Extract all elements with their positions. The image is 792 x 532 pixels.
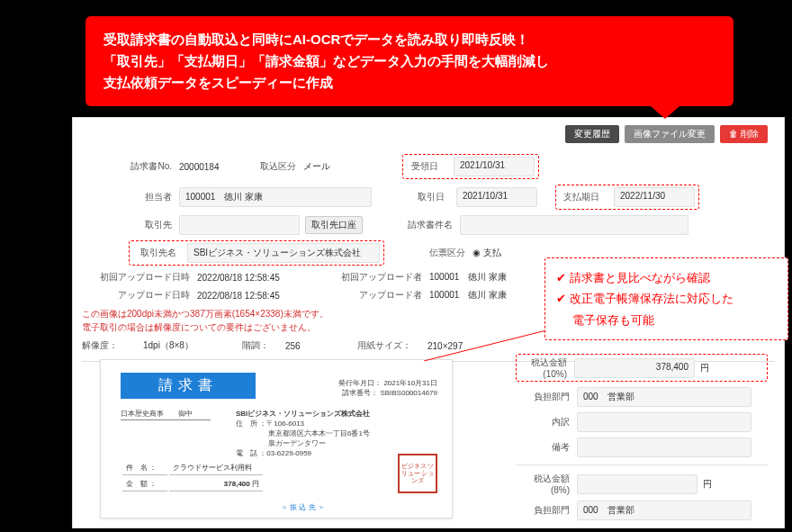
memo-field[interactable] xyxy=(577,437,752,457)
callout-line-3: 支払依頼データをスピーディーに作成 xyxy=(104,72,716,94)
first-upload-time-label: 初回アップロード日時 xyxy=(82,271,197,284)
invoice-to-name: 日本歴史商事 xyxy=(121,410,164,418)
amount-panel: 税込金額 (10%) 378,400 円 負担部門 000 営業部 内訳 備考 … xyxy=(516,354,768,526)
yen-unit-8: 円 xyxy=(698,478,712,491)
feature-callout: 受取請求書の自動取込と同時にAI-OCRでデータを読み取り即時反映！ 「取引先」… xyxy=(86,16,734,106)
invoice-amount-unit: 円 xyxy=(252,480,259,488)
invoice-zip: 〒106-6013 xyxy=(266,419,304,428)
dept10-label: 負担部門 xyxy=(516,391,577,403)
first-upload-time-value: 2022/08/18 12:58:45 xyxy=(197,273,323,283)
check-icon: ✔ xyxy=(556,271,566,284)
pay-due-group: 支払期日 2022/11/30 xyxy=(555,185,699,210)
dept8-field[interactable]: 000 営業部 xyxy=(577,500,752,520)
invoice-addr-2: 泉ガーデンタワー xyxy=(268,438,389,448)
upload-user-label: アップロード者 xyxy=(323,289,429,302)
image-change-button[interactable]: 画像ファイル変更 xyxy=(625,125,715,143)
check-icon: ✔ xyxy=(556,292,566,305)
invoice-transfer-heading: ＜ 振 込 先 ＞ xyxy=(281,502,325,512)
company-seal-icon: ビジネス ソリュー ションズ xyxy=(398,454,437,493)
slip-type-radio-label: 支払 xyxy=(483,248,501,257)
callout-tail-icon xyxy=(651,106,680,119)
person-label: 担当者 xyxy=(82,191,179,203)
dept10-field[interactable]: 000 営業部 xyxy=(577,387,752,407)
invoice-no-label: 請求書No. xyxy=(82,160,179,173)
toolbar: 変更履歴 画像ファイル変更 🗑 削除 xyxy=(565,125,768,143)
issue-date-value: 2021年10月31日 xyxy=(383,379,437,387)
partner-label: 取引先 xyxy=(82,219,179,231)
receive-date-field[interactable]: 2021/10/31 xyxy=(454,157,535,176)
benefit-line-3: 電子保存も可能 xyxy=(572,310,777,330)
pay-due-label: 支払期日 xyxy=(560,191,610,203)
pay-due-field[interactable]: 2022/11/30 xyxy=(614,187,695,207)
yen-unit-10: 円 xyxy=(695,362,709,374)
depth-label: 階調： xyxy=(242,339,285,352)
invoice-amount-value: 378,400 xyxy=(224,480,250,488)
partner-account-button[interactable]: 取引先口座 xyxy=(305,216,363,234)
upload-user-value: 100001 徳川 家康 xyxy=(429,289,507,302)
tx-date-label: 取引日 xyxy=(413,191,456,203)
invoice-addr-1: 東京都港区六本木一丁目6番1号 xyxy=(268,428,389,438)
detail-label: 内訳 xyxy=(516,416,577,428)
upload-time-value: 2022/08/18 12:58:45 xyxy=(197,291,323,301)
memo-label: 備考 xyxy=(516,441,577,454)
benefit-line-1: 請求書と見比べながら確認 xyxy=(570,271,710,284)
resolution-value: 1dpi（8×8） xyxy=(143,339,242,352)
invoice-to-block: 日本歴史商事 御中 xyxy=(121,409,211,419)
receive-date-label: 受領日 xyxy=(407,160,450,173)
delete-button-label: 削除 xyxy=(741,129,759,139)
invoice-tel-label: 電 話 ： xyxy=(236,449,266,457)
title-name-label: 請求書件名 xyxy=(395,219,460,231)
history-button[interactable]: 変更履歴 xyxy=(565,125,619,143)
detail-field[interactable] xyxy=(577,412,752,432)
benefit-box: ✔請求書と見比べながら確認 ✔改正電子帳簿保存法に対応した 電子保存も可能 xyxy=(544,257,788,340)
tax8-field[interactable] xyxy=(577,474,698,494)
person-field[interactable]: 100001 徳川 家康 xyxy=(179,187,372,207)
invoice-no-value: 20000184 xyxy=(179,162,242,172)
invoice-from-block: SBIビジネス・ソリューションズ株式会社 住 所 ：〒106-6013 東京都港… xyxy=(236,409,389,458)
invoice-amount-label: 金 額 ： xyxy=(122,477,167,491)
trash-icon: 🗑 xyxy=(729,129,741,139)
invoice-item-table: 件 名 ：クラウドサービス利用料 金 額 ：378,400 円 xyxy=(121,459,265,493)
slip-type-radio[interactable]: ◉ 支払 xyxy=(472,247,501,259)
first-upload-user-value: 100001 徳川 家康 xyxy=(429,271,507,284)
import-type-value: メール xyxy=(303,160,375,173)
invoice-meta: 発行年月日： 2021年10月31日 請求番号： SBIBS000014679 xyxy=(338,378,437,398)
import-type-label: 取込区分 xyxy=(242,160,303,173)
invoice-to: 日本歴史商事 御中 xyxy=(121,410,211,420)
tax8-label: 税込金額 (8%) xyxy=(516,473,577,495)
invoice-preview[interactable]: 請求書 発行年月日： 2021年10月31日 請求番号： SBIBS000014… xyxy=(100,359,453,518)
panel-divider xyxy=(516,464,768,465)
invoice-item-value: クラウドサービス利用料 xyxy=(169,461,263,475)
delete-button[interactable]: 🗑 削除 xyxy=(720,125,768,143)
invoice-heading: 請求書 xyxy=(121,373,256,399)
receive-date-group: 受領日 2021/10/31 xyxy=(402,154,539,179)
invoice-number-label: 請求番号： xyxy=(342,389,378,397)
upload-time-label: アップロード日時 xyxy=(82,289,197,302)
invoice-number-value: SBIBS000014679 xyxy=(380,389,437,397)
callout-line-2: 「取引先」「支払期日」「請求金額」などデータ入力の手間を大幅削減し xyxy=(104,50,716,72)
resolution-label: 解像度： xyxy=(82,339,143,352)
tx-date-field[interactable]: 2021/10/31 xyxy=(456,187,537,207)
partner-name-label: 取引先名 xyxy=(133,247,184,259)
first-upload-user-label: 初回アップロード者 xyxy=(323,271,429,284)
invoice-addr-label: 住 所 ： xyxy=(236,419,266,428)
depth-value: 256 xyxy=(285,341,357,351)
slip-type-label: 伝票区分 xyxy=(408,247,472,259)
callout-line-1: 受取請求書の自動取込と同時にAI-OCRでデータを読み取り即時反映！ xyxy=(104,29,716,50)
issue-date-label: 発行年月日： xyxy=(338,379,382,387)
title-name-field[interactable] xyxy=(460,215,688,235)
partner-name-group: 取引先名 SBIビジネス・ソリューションズ株式会社 xyxy=(129,240,384,266)
dept8-label: 負担部門 xyxy=(516,504,577,517)
paper-label: 用紙サイズ： xyxy=(357,339,428,352)
benefit-line-2: 改正電子帳簿保存法に対応した xyxy=(570,292,734,305)
invoice-from-name: SBIビジネス・ソリューションズ株式会社 xyxy=(236,409,389,419)
invoice-item-label: 件 名 ： xyxy=(122,461,167,475)
invoice-to-suffix: 御中 xyxy=(178,410,193,418)
invoice-tel: 03-6229-0959 xyxy=(266,449,311,457)
partner-field[interactable] xyxy=(179,215,300,235)
invoice-detail-window: 変更履歴 画像ファイル変更 🗑 削除 請求書No. 20000184 取込区分 … xyxy=(72,117,785,528)
partner-name-field[interactable]: SBIビジネス・ソリューションズ株式会社 xyxy=(187,243,380,263)
